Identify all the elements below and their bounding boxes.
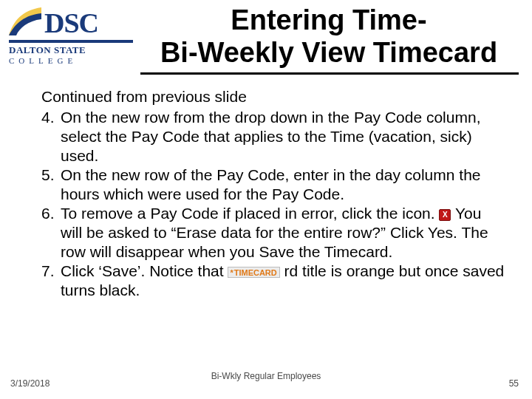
logo-divider xyxy=(9,40,133,43)
step-6-pre: To remove a Pay Code if placed in error,… xyxy=(61,205,439,222)
step-number: 6. xyxy=(41,204,61,262)
step-number: 4. xyxy=(41,108,61,166)
logo-subtitle-1: DALTON STATE xyxy=(9,44,134,56)
title-underline xyxy=(140,72,519,75)
college-logo: DSC DALTON STATE COLLEGE xyxy=(9,6,134,65)
logo-letters: DSC xyxy=(44,9,98,37)
footer-center: Bi-Wkly Regular Employees xyxy=(0,371,532,381)
step-text: Click ‘Save’. Notice that TIMECARD rd ti… xyxy=(61,262,505,300)
footer-page-number: 55 xyxy=(509,378,519,389)
timecard-unsaved-label-icon: TIMECARD xyxy=(228,267,279,278)
logo-top-row: DSC xyxy=(9,6,134,37)
step-4: 4. On the new row from the drop down in … xyxy=(41,108,505,166)
step-7: 7. Click ‘Save’. Notice that TIMECARD rd… xyxy=(41,262,505,300)
step-text: To remove a Pay Code if placed in error,… xyxy=(61,204,505,262)
slide-body: Continued from previous slide 4. On the … xyxy=(41,87,505,300)
logo-subtitle-2: COLLEGE xyxy=(9,56,134,65)
continued-note: Continued from previous slide xyxy=(41,87,505,106)
step-5: 5. On the new row of the Pay Code, enter… xyxy=(41,166,505,204)
step-list: 4. On the new row from the drop down in … xyxy=(41,108,505,300)
slide-title: Entering Time- Bi-Weekly View Timecard xyxy=(140,4,517,69)
logo-swish-icon xyxy=(9,6,41,37)
step-7-pre: Click ‘Save’. Notice that xyxy=(61,262,228,279)
slide-title-line1: Entering Time- xyxy=(231,4,426,35)
step-number: 7. xyxy=(41,262,61,300)
step-number: 5. xyxy=(41,166,61,204)
step-text: On the new row from the drop down in the… xyxy=(61,108,505,166)
step-6: 6. To remove a Pay Code if placed in err… xyxy=(41,204,505,262)
step-text: On the new row of the Pay Code, enter in… xyxy=(61,166,505,204)
slide-title-line2: Bi-Weekly View Timecard xyxy=(160,37,497,68)
slide: DSC DALTON STATE COLLEGE Entering Time- … xyxy=(0,0,532,399)
delete-row-icon xyxy=(439,209,451,221)
